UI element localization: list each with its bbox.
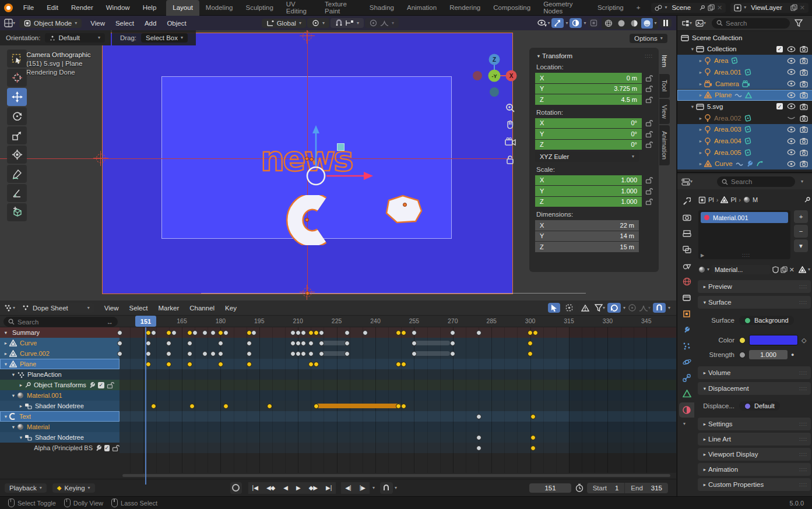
keyframe[interactable] bbox=[476, 330, 481, 335]
outliner-item-scene-collection[interactable]: Scene Collection bbox=[677, 32, 812, 44]
end-frame-field[interactable]: End315 bbox=[625, 483, 668, 493]
keying-dropdown[interactable]: ◆Keying▾ bbox=[52, 483, 95, 493]
panel-custom-properties[interactable]: ▸Custom Properties:::: bbox=[698, 478, 811, 491]
euler-mode-dropdown[interactable]: XYZ Euler▾ bbox=[535, 151, 639, 162]
drag-value-dropdown[interactable]: Select Box▾ bbox=[141, 33, 188, 43]
panel-grip[interactable]: :::: bbox=[645, 53, 653, 59]
xray-toggle[interactable] bbox=[588, 18, 600, 28]
workspace-tab-rendering[interactable]: Rendering bbox=[443, 0, 487, 16]
properties-tab-particles[interactable] bbox=[679, 338, 694, 354]
keyframe[interactable] bbox=[476, 446, 481, 451]
move-gizmo[interactable] bbox=[251, 103, 402, 196]
pin-icon[interactable] bbox=[804, 197, 810, 203]
expand-arrow-icon[interactable]: ▸ bbox=[2, 351, 9, 356]
keyframe[interactable] bbox=[218, 330, 223, 335]
keyframe[interactable] bbox=[290, 330, 296, 335]
viewlayer-selector[interactable]: ▾ ViewLayer ✕ bbox=[730, 3, 809, 13]
sidebar-tab-view[interactable]: View bbox=[659, 99, 670, 125]
expand-arrow-icon[interactable]: ▸ bbox=[697, 161, 704, 167]
keyframe[interactable] bbox=[202, 351, 208, 356]
visibility-filter-icon[interactable]: ▾ bbox=[537, 19, 550, 27]
slot-grip[interactable]: :::: bbox=[742, 252, 750, 258]
tool-transform[interactable] bbox=[7, 146, 27, 164]
workspace-tab-animation[interactable]: Animation bbox=[400, 0, 443, 16]
sidebar-tab-animation[interactable]: Animation bbox=[659, 125, 670, 165]
expand-arrow-icon[interactable]: ▸ bbox=[17, 382, 24, 388]
keyframe[interactable] bbox=[247, 351, 252, 356]
keyframe[interactable] bbox=[166, 362, 171, 367]
panel-grip[interactable]: :::: bbox=[799, 386, 807, 391]
keyframe[interactable] bbox=[530, 446, 536, 451]
expand-arrow-icon[interactable]: ▾ bbox=[10, 372, 17, 377]
camera-visibility-icon[interactable] bbox=[800, 80, 808, 87]
keyframe[interactable] bbox=[189, 404, 195, 409]
light-badge-icon[interactable] bbox=[744, 69, 751, 76]
keyframe[interactable] bbox=[401, 362, 406, 367]
panel-settings[interactable]: ▸Settings:::: bbox=[698, 418, 811, 430]
keyframe[interactable] bbox=[187, 330, 192, 335]
keyframe[interactable] bbox=[476, 414, 481, 419]
keyframe[interactable] bbox=[166, 351, 171, 356]
keyframe[interactable] bbox=[450, 330, 455, 335]
keyframe-highlight-bar[interactable] bbox=[414, 341, 450, 345]
panel-grip[interactable]: :::: bbox=[799, 482, 807, 487]
properties-tab-material[interactable] bbox=[679, 402, 694, 418]
editor-type-icon[interactable]: ▾ bbox=[681, 20, 692, 27]
viewport-menu-object[interactable]: Object bbox=[161, 20, 191, 27]
properties-tab-output[interactable] bbox=[679, 226, 694, 241]
workspace-tab-sculpting[interactable]: Sculpting bbox=[240, 0, 280, 16]
keyframe[interactable] bbox=[117, 330, 122, 335]
keyframe[interactable] bbox=[171, 330, 177, 335]
channel-object-transforms[interactable]: ▸Object Transforms✓ bbox=[0, 380, 119, 390]
expand-arrow-icon[interactable]: ▸ bbox=[697, 115, 704, 121]
eye-closed-icon[interactable] bbox=[787, 115, 796, 121]
shading-material-button[interactable] bbox=[628, 18, 640, 29]
expand-arrow-icon[interactable]: ▾ bbox=[689, 46, 696, 52]
properties-tab-world[interactable] bbox=[679, 274, 694, 289]
keyframe[interactable] bbox=[401, 330, 406, 335]
expand-arrow-icon[interactable]: ▸ bbox=[17, 403, 24, 409]
keyframe[interactable] bbox=[476, 435, 481, 440]
channel-material-001[interactable]: ▾Material.001 bbox=[0, 390, 119, 401]
expand-arrow-icon[interactable]: ▸ bbox=[697, 126, 704, 132]
slot-specials-button[interactable]: ▾ bbox=[794, 239, 808, 252]
tool-scale[interactable] bbox=[7, 126, 27, 144]
expand-arrow-icon[interactable]: ▸ bbox=[697, 81, 704, 87]
eye-icon[interactable] bbox=[787, 80, 796, 87]
properties-tab-object[interactable] bbox=[679, 306, 694, 321]
breadcrumb-item[interactable]: Pl bbox=[708, 196, 714, 203]
camera-visibility-icon[interactable] bbox=[800, 126, 808, 133]
properties-tab-data[interactable] bbox=[679, 386, 694, 401]
light-badge-icon[interactable] bbox=[731, 57, 738, 64]
keyframe[interactable] bbox=[308, 362, 314, 367]
keyframe-highlight-bar[interactable] bbox=[321, 351, 347, 356]
expand-arrow-icon[interactable]: ▾ bbox=[689, 104, 696, 109]
keyframe[interactable] bbox=[187, 351, 192, 356]
unlock-icon[interactable] bbox=[645, 141, 653, 148]
mute-checkbox[interactable]: ✓ bbox=[104, 445, 110, 451]
keyframe[interactable] bbox=[314, 404, 319, 409]
light-badge-icon[interactable] bbox=[744, 149, 751, 156]
light-badge-icon[interactable] bbox=[744, 115, 751, 122]
show-overlays-toggle[interactable] bbox=[570, 18, 582, 28]
keyframe[interactable] bbox=[319, 351, 324, 356]
panel-surface[interactable]: ▾Surface:::: bbox=[698, 296, 811, 309]
snap-magnet-icon[interactable] bbox=[380, 482, 393, 494]
expand-arrow-icon[interactable]: ▸ bbox=[697, 58, 704, 63]
channel-material[interactable]: ▾Material bbox=[0, 422, 119, 432]
camera-visibility-icon[interactable] bbox=[800, 91, 808, 98]
workspace-tab-compositing[interactable]: Compositing bbox=[487, 0, 537, 16]
keyframe[interactable] bbox=[223, 404, 229, 409]
channel-planeaction[interactable]: ▾PlaneAction bbox=[0, 369, 119, 380]
rotation-z-field[interactable]: Z0° bbox=[535, 140, 642, 150]
panel-animation[interactable]: ▸Animation:::: bbox=[698, 463, 811, 476]
panel-grip[interactable]: :::: bbox=[799, 299, 807, 305]
visibility-checkbox[interactable]: ✓ bbox=[776, 46, 783, 52]
empty-object-marker[interactable] bbox=[94, 152, 107, 165]
keyframe[interactable] bbox=[345, 330, 350, 335]
keyframe[interactable] bbox=[528, 341, 533, 346]
dimension-x-field[interactable]: X22 m bbox=[535, 220, 639, 231]
keyframe[interactable] bbox=[247, 330, 252, 335]
surface-shader-dropdown[interactable]: Background bbox=[739, 316, 794, 325]
keyframe[interactable] bbox=[210, 351, 216, 356]
